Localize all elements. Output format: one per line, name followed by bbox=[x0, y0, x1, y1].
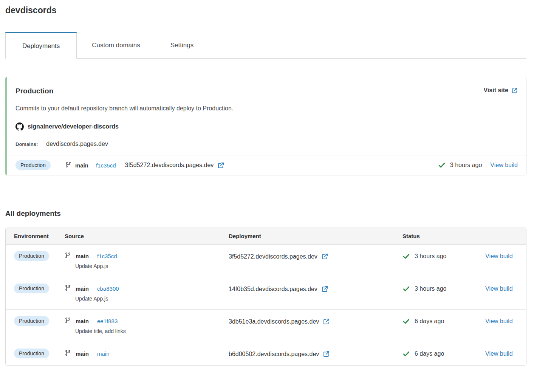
page-container: devdiscords Deployments Custom domains S… bbox=[0, 0, 534, 373]
commit-link[interactable]: ee1f883 bbox=[97, 318, 118, 324]
environment-badge: Production bbox=[14, 251, 49, 261]
view-build-link[interactable]: View build bbox=[485, 350, 513, 357]
view-build-link[interactable]: View build bbox=[485, 285, 513, 292]
git-branch-icon bbox=[65, 252, 71, 260]
table-row: Production main cba8300 Update App.js 14… bbox=[6, 277, 526, 310]
page-title: devdiscords bbox=[5, 5, 526, 15]
visit-site-link[interactable]: Visit site bbox=[483, 87, 518, 94]
tab-custom-domains-label: Custom domains bbox=[92, 42, 140, 49]
domains-label: Domains: bbox=[15, 141, 38, 147]
deployment-url: 3f5d5272.devdiscords.pages.dev bbox=[229, 253, 317, 260]
deployment-url: 14f0b35d.devdiscords.pages.dev bbox=[229, 286, 317, 293]
table-row: Production main ee1f883 Update title, ad… bbox=[6, 310, 526, 342]
tab-custom-domains[interactable]: Custom domains bbox=[77, 32, 155, 58]
view-build-link[interactable]: View build bbox=[485, 253, 513, 259]
tab-deployments[interactable]: Deployments bbox=[5, 32, 77, 59]
deployment-time: 3 hours ago bbox=[450, 162, 482, 169]
column-header-status: Status bbox=[402, 228, 485, 244]
visit-site-label: Visit site bbox=[483, 87, 508, 94]
deployment-url: 3db51e3a.devdiscords.pages.dev bbox=[229, 318, 319, 325]
commit-link[interactable]: f1c35cd bbox=[96, 162, 116, 169]
success-check-icon bbox=[402, 285, 410, 293]
table-header-row: Environment Source Deployment Status bbox=[6, 228, 526, 245]
domains-value: devdiscords.pages.dev bbox=[46, 141, 108, 147]
external-link-icon[interactable] bbox=[321, 285, 328, 293]
production-deployment-row: Production main f1c35cd 3f5d5272.devdisc… bbox=[7, 155, 526, 175]
all-deployments-heading: All deployments bbox=[5, 209, 526, 218]
external-link-icon[interactable] bbox=[217, 162, 224, 169]
tab-deployments-label: Deployments bbox=[22, 42, 60, 50]
commit-link[interactable]: main bbox=[97, 350, 110, 357]
commit-message: Update title, add links bbox=[65, 328, 229, 334]
production-card-title: Production bbox=[15, 87, 53, 95]
success-check-icon bbox=[402, 253, 410, 260]
repo-name: signalnerve/developer-discords bbox=[28, 123, 119, 130]
deployment-time: 3 hours ago bbox=[415, 253, 447, 260]
deployment-time: 3 hours ago bbox=[415, 285, 447, 292]
table-row: Production main main b6d00502.devdiscord… bbox=[6, 342, 526, 365]
success-check-icon bbox=[402, 350, 410, 358]
deployments-table: Environment Source Deployment Status Pro… bbox=[5, 228, 526, 366]
column-header-environment: Environment bbox=[14, 228, 65, 244]
deployment-time: 6 days ago bbox=[415, 318, 444, 325]
environment-badge: Production bbox=[15, 160, 51, 170]
external-link-icon[interactable] bbox=[323, 318, 330, 325]
commit-link[interactable]: cba8300 bbox=[97, 285, 119, 292]
column-header-source: Source bbox=[65, 228, 229, 244]
git-branch-icon bbox=[65, 161, 71, 169]
commit-message: Update App.js bbox=[65, 263, 229, 269]
success-check-icon bbox=[402, 318, 410, 325]
view-build-link[interactable]: View build bbox=[485, 318, 513, 324]
column-header-deployment: Deployment bbox=[229, 228, 402, 244]
branch-name: main bbox=[76, 285, 89, 292]
git-branch-icon bbox=[65, 285, 71, 293]
external-link-icon[interactable] bbox=[321, 253, 328, 260]
environment-badge: Production bbox=[14, 316, 49, 326]
deployment-time: 6 days ago bbox=[415, 350, 444, 357]
branch-name: main bbox=[76, 253, 89, 259]
repo-link[interactable]: signalnerve/developer-discords bbox=[15, 122, 518, 131]
column-header-actions bbox=[485, 228, 518, 238]
branch-name: main bbox=[76, 350, 89, 357]
commit-link[interactable]: f1c35cd bbox=[97, 253, 117, 259]
commit-message: Update App.js bbox=[65, 296, 229, 302]
external-link-icon[interactable] bbox=[323, 350, 330, 358]
tab-settings-label: Settings bbox=[170, 42, 193, 49]
tab-bar: Deployments Custom domains Settings bbox=[5, 32, 526, 59]
environment-badge: Production bbox=[14, 284, 49, 293]
external-link-icon bbox=[511, 87, 518, 94]
environment-badge: Production bbox=[14, 349, 49, 358]
git-branch-icon bbox=[65, 317, 71, 325]
branch-name: main bbox=[76, 318, 89, 324]
deployment-url: 3f5d5272.devdiscords.pages.dev bbox=[125, 162, 214, 169]
deployment-url: b6d00502.devdiscords.pages.dev bbox=[229, 351, 319, 358]
success-check-icon bbox=[438, 161, 446, 169]
table-row: Production main f1c35cd Update App.js 3f… bbox=[6, 245, 526, 277]
git-branch-icon bbox=[65, 350, 71, 358]
view-build-link[interactable]: View build bbox=[490, 162, 518, 169]
github-icon bbox=[15, 122, 24, 131]
production-card: Production Visit site Commits to your de… bbox=[5, 77, 526, 175]
branch-name: main bbox=[75, 162, 88, 169]
tab-settings[interactable]: Settings bbox=[155, 32, 209, 58]
production-card-description: Commits to your default repository branc… bbox=[15, 105, 518, 112]
